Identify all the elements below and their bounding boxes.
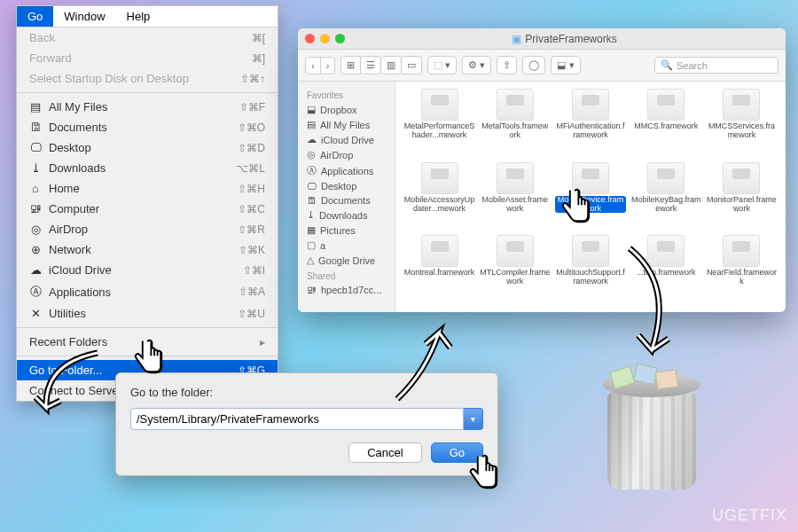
dropbox-button[interactable]: ⬓ ▾ — [551, 56, 580, 74]
menu-go[interactable]: Go — [17, 6, 53, 27]
menu-icloud[interactable]: ☁iCloud Drive⇧⌘I — [17, 260, 278, 280]
sidebar-icon: ☁ — [307, 134, 317, 145]
menu-airdrop[interactable]: ◎AirDrop⇧⌘R — [17, 219, 278, 239]
file-grid: MetalPerformanceShader...meworkMetalTool… — [395, 82, 786, 312]
framework-icon — [421, 162, 458, 194]
menu-allfiles[interactable]: ▤All My Files⇧⌘F — [17, 97, 278, 117]
sidebar-icon: ▦ — [307, 224, 316, 236]
sidebar-item[interactable]: ◎AirDrop — [298, 147, 395, 162]
zoom-button[interactable] — [335, 34, 345, 43]
file-item[interactable]: MobileKeyBag.framework — [630, 162, 703, 232]
goto-path-input[interactable] — [130, 408, 464, 430]
menu-utilities[interactable]: ✕Utilities⇧⌘U — [17, 303, 278, 324]
sidebar-item[interactable]: △Google Drive — [298, 253, 395, 268]
menu-desktop[interactable]: 🖵Desktop⇧⌘D — [17, 137, 278, 158]
framework-icon — [497, 162, 534, 194]
framework-icon — [647, 162, 685, 194]
file-item[interactable]: MobileAccessoryUpdater...mework — [403, 162, 476, 232]
file-item[interactable]: MTLCompiler.framework — [478, 235, 552, 305]
airdrop-icon: ◎ — [29, 223, 42, 236]
desktop-icon: 🖵 — [29, 141, 42, 154]
menu-documents[interactable]: 🖺Documents⇧⌘O — [17, 117, 278, 137]
file-item[interactable]: MobileAsset.framework — [478, 162, 552, 232]
view-column-button[interactable]: ▥ — [381, 56, 402, 74]
allfiles-icon: ▤ — [29, 100, 42, 113]
framework-icon — [647, 89, 685, 121]
sidebar-item[interactable]: 🖺Documents — [298, 193, 395, 207]
sidebar-icon: ⬓ — [307, 104, 316, 115]
sidebar-icon: ⤓ — [307, 209, 315, 221]
framework-icon — [572, 162, 609, 194]
minimize-button[interactable] — [320, 34, 330, 43]
framework-icon — [421, 235, 458, 267]
file-item[interactable]: Montreal.framework — [403, 235, 476, 305]
sidebar-icon: ▤ — [307, 119, 316, 130]
file-item[interactable]: MobileDevice.framework — [553, 162, 627, 232]
menu-apps[interactable]: ⒶApplications⇧⌘A — [17, 280, 278, 303]
framework-icon — [497, 235, 534, 267]
file-item[interactable]: MetalPerformanceShader...mework — [403, 89, 476, 159]
sidebar-icon: ▢ — [307, 239, 316, 251]
menu-window[interactable]: Window — [53, 6, 115, 27]
framework-icon — [421, 89, 458, 121]
window-title: PrivateFrameworks — [525, 33, 616, 45]
computer-icon: 🖳 — [29, 202, 42, 215]
sidebar-icon: ◎ — [307, 149, 316, 160]
menu-startup: Select Startup Disk on Desktop⇧⌘↑ — [17, 68, 278, 89]
file-item[interactable]: MMCS.framework — [630, 89, 703, 159]
menu-help[interactable]: Help — [116, 6, 161, 27]
view-cover-button[interactable]: ▭ — [402, 56, 422, 74]
sidebar-icon: 🖺 — [307, 195, 317, 206]
sidebar-item[interactable]: ▤All My Files — [298, 117, 395, 132]
arrange-button[interactable]: ⬚ ▾ — [427, 56, 457, 74]
file-item[interactable]: MetalTools.framework — [478, 89, 552, 159]
trash-can[interactable] — [594, 372, 709, 505]
nav-forward-button[interactable]: › — [321, 57, 336, 74]
sidebar-item[interactable]: ▢a — [298, 238, 395, 253]
menu-computer[interactable]: 🖳Computer⇧⌘C — [17, 199, 278, 219]
home-icon: ⌂ — [29, 182, 42, 195]
view-list-button[interactable]: ☰ — [361, 56, 381, 74]
view-icon-button[interactable]: ⊞ — [340, 56, 361, 74]
toolbar: ‹ › ⊞ ☰ ▥ ▭ ⬚ ▾ ⚙ ▾ ⇪ ◯ ⬓ ▾ 🔍Search — [298, 50, 786, 82]
sidebar-item[interactable]: ⒶApplications — [298, 162, 395, 179]
sidebar-item[interactable]: ⬓Dropbox — [298, 102, 395, 117]
sidebar-icon: 🖵 — [307, 181, 317, 192]
menu-home[interactable]: ⌂Home⇧⌘H — [17, 178, 278, 199]
sidebar-item[interactable]: ▦Pictures — [298, 223, 395, 238]
folder-icon: ▣ — [512, 33, 521, 45]
search-icon: 🔍 — [661, 59, 673, 71]
downloads-icon: ⤓ — [29, 161, 42, 175]
watermark: UGETFIX — [712, 506, 787, 525]
file-item[interactable]: NearField.framework — [705, 235, 778, 305]
icloud-icon: ☁ — [29, 263, 42, 277]
file-item[interactable]: MFiAuthentication.framework — [553, 89, 627, 159]
go-button[interactable]: Go — [431, 442, 483, 463]
framework-icon — [723, 162, 760, 194]
file-item[interactable]: MMCSServices.framework — [705, 89, 778, 159]
close-button[interactable] — [305, 34, 315, 43]
menu-downloads[interactable]: ⤓Downloads⌥⌘L — [17, 158, 278, 178]
sidebar-icon: △ — [307, 254, 314, 266]
sidebar-shared-header: Shared — [298, 268, 395, 283]
file-item[interactable]: MonitorPanel.framework — [705, 162, 778, 232]
sidebar-item[interactable]: 🖵Desktop — [298, 179, 395, 193]
nav-back-button[interactable]: ‹ — [305, 57, 321, 74]
tags-button[interactable]: ◯ — [522, 56, 545, 74]
cancel-button[interactable]: Cancel — [348, 442, 421, 463]
tutorial-arrow-3 — [603, 239, 692, 364]
search-field[interactable]: 🔍Search — [654, 57, 778, 74]
action-button[interactable]: ⚙ ▾ — [462, 56, 491, 74]
go-menu: Go Window Help Back⌘[ Forward⌘] Select S… — [16, 5, 278, 402]
menu-network[interactable]: ⊕Network⇧⌘K — [17, 239, 278, 260]
network-icon: ⊕ — [29, 243, 42, 256]
framework-icon — [497, 89, 534, 121]
menubar: Go Window Help — [17, 6, 278, 27]
sidebar-item[interactable]: ⤓Downloads — [298, 207, 395, 223]
goto-dropdown[interactable]: ▾ — [464, 408, 483, 430]
sidebar-item[interactable]: ☁iCloud Drive — [298, 132, 395, 147]
utilities-icon: ✕ — [29, 307, 42, 320]
share-button[interactable]: ⇪ — [497, 56, 517, 74]
sidebar-item[interactable]: 🖳hpecb1d7cc... — [298, 283, 395, 297]
framework-icon — [723, 235, 760, 267]
